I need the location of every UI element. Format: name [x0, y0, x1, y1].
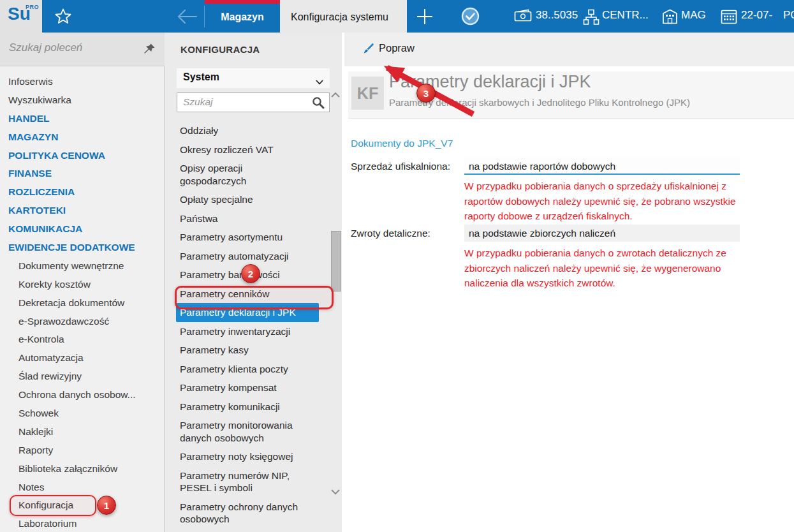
command-search-input[interactable]: Szukaj poleceń	[0, 33, 165, 66]
sidebar-item-ewidencje-dodatkowe[interactable]: EWIDENCJE DODATKOWE	[0, 239, 165, 257]
building-icon	[662, 9, 678, 27]
cash-register-label: 38..5035	[536, 9, 578, 22]
config-item-parametry-inwentaryzacji[interactable]: Parametry inwentaryzacji	[165, 322, 328, 341]
sidebar-item-notes[interactable]: Notes	[0, 478, 165, 497]
config-item-parametry-klienta-poczty[interactable]: Parametry klienta poczty	[165, 360, 328, 379]
configuration-panel: KONFIGURACJA System Szukaj OddziałyOkres…	[165, 33, 342, 532]
branch-label: CENTR...	[602, 9, 649, 22]
section-title: Dokumenty do JPK_V7	[351, 138, 453, 149]
sidebar-item-naklejki[interactable]: Naklejki	[0, 423, 165, 441]
tab-konfiguracja-label: Konfiguracja systemu	[291, 11, 388, 22]
sidebar-item-rozliczenia[interactable]: ROZLICZENIA	[0, 183, 165, 202]
warning-sprzedaz-ufiskalniona: W przypadku pobierania danych o sprzedaż…	[464, 179, 753, 224]
config-item-parametry-noty-ksiegowej[interactable]: Parametry noty księgowej	[165, 447, 328, 466]
scrollbar-down-arrow[interactable]	[330, 487, 341, 496]
sidebar-item-magazyn[interactable]: MAGAZYN	[0, 128, 165, 147]
page-subtitle: Parametry deklaracji skarbowych i Jednol…	[389, 97, 690, 108]
config-item-parametry-p-atnosci[interactable]: Parametry płatności	[165, 529, 328, 532]
sidebar-item-polityka-cenowa[interactable]: POLITYKA CENOWA	[0, 147, 165, 165]
configuration-panel-title: KONFIGURACJA	[180, 44, 260, 55]
sidebar-item-handel[interactable]: HANDEL	[0, 110, 165, 128]
page-title: Parametry deklaracji i JPK	[389, 72, 591, 92]
app-logo-pro-badge: PRO	[26, 4, 39, 10]
config-item-parametry-kasy[interactable]: Parametry kasy	[165, 341, 328, 360]
detail-toolbar: Popraw	[344, 33, 794, 66]
field-zwroty-detaliczne[interactable]: na podstawie zbiorczych naliczeń	[464, 225, 740, 242]
config-search-input[interactable]: Szukaj	[177, 92, 330, 112]
config-search-placeholder: Szukaj	[183, 96, 213, 108]
config-item-list: OddziałyOkresy rozliczeń VATOpisy operac…	[165, 121, 328, 532]
sidebar-item-e-kontrola[interactable]: e-Kontrola	[0, 330, 165, 349]
search-icon	[312, 96, 325, 109]
status-check-icon[interactable]	[460, 6, 480, 26]
detail-panel: Popraw KF Parametry deklaracji i JPK Par…	[344, 33, 794, 532]
sidebar-item-slad-rewizyjny[interactable]: Ślad rewizyjny	[0, 367, 165, 386]
scrollbar-up-arrow[interactable]	[330, 91, 341, 100]
pin-icon[interactable]	[143, 43, 156, 55]
sidebar-item-dekretacja-dokumentow[interactable]: Dekretacja dokumentów	[0, 294, 165, 313]
sidebar-item-automatyzacja[interactable]: Automatyzacja	[0, 349, 165, 367]
config-item-parametry-asortymentu[interactable]: Parametry asortymentu	[165, 228, 328, 247]
date-label: 22-07-	[741, 9, 772, 22]
sidebar-item-ochrona-danych-osobow[interactable]: Ochrona danych osobow...	[0, 386, 165, 404]
top-bar: Su PRO Magazyn Konfiguracja systemu	[0, 0, 794, 33]
field-label-zwroty-detaliczne: Zwroty detaliczne:	[351, 228, 430, 239]
category-dropdown[interactable]: System	[177, 68, 330, 88]
config-item-parametry-cennikow[interactable]: Parametry cenników	[165, 284, 328, 304]
config-item-parametry-monitorowania-danych-osobowych[interactable]: Parametry monitorowania danych osobowych	[165, 416, 328, 447]
config-item-parametry-automatyzacji[interactable]: Parametry automatyzacji	[165, 247, 328, 266]
category-dropdown-value: System	[183, 71, 219, 83]
config-item-parametry-deklaracji-i-jpk[interactable]: Parametry deklaracji i JPK	[176, 303, 319, 322]
sidebar-item-infoserwis[interactable]: Infoserwis	[0, 73, 165, 91]
brush-icon	[360, 42, 374, 56]
config-item-parametry-kompensat[interactable]: Parametry kompensat	[165, 378, 328, 397]
app-window: Su PRO Magazyn Konfiguracja systemu	[0, 0, 794, 532]
app-logo[interactable]: Su PRO	[0, 0, 42, 33]
module-sidebar: Szukaj poleceń InfoserwisWyszukiwarkaHAN…	[0, 33, 165, 532]
tab-magazyn[interactable]: Magazyn	[205, 0, 280, 33]
new-tab-plus-icon[interactable]	[415, 8, 434, 25]
command-search-placeholder: Szukaj poleceń	[9, 41, 82, 54]
config-item-parametry-ochrony-danych-osobowych[interactable]: Parametry ochrony danych osobowych	[165, 498, 328, 529]
sidebar-item-schowek[interactable]: Schowek	[0, 404, 165, 423]
sidebar-item-biblioteka-za-acznikow[interactable]: Biblioteka załączników	[0, 460, 165, 478]
sidebar-item-konfiguracja[interactable]: Konfiguracja	[0, 496, 165, 515]
tab-konfiguracja-systemu[interactable]: Konfiguracja systemu	[280, 0, 407, 33]
favorites-star-icon[interactable]	[54, 7, 73, 26]
sidebar-item-kartoteki[interactable]: KARTOTEKI	[0, 202, 165, 220]
config-item-opisy-operacji-gospodarczych[interactable]: Opisy operacji gospodarczych	[165, 159, 328, 190]
sidebar-item-raporty[interactable]: Raporty	[0, 441, 165, 460]
config-item-parametry-komunikacji[interactable]: Parametry komunikacji	[165, 397, 328, 417]
sidebar-item-e-sprawozdawczosc[interactable]: e-Sprawozdawczość	[0, 313, 165, 331]
config-item-parametry-numerow-nip-pesel-i-symboli[interactable]: Parametry numerów NIP, PESEL i symboli	[165, 466, 328, 498]
chevron-down-icon	[316, 76, 323, 87]
help-label: PO	[783, 9, 794, 22]
back-arrow-icon[interactable]	[176, 8, 198, 25]
config-item-parametry-bankowosci[interactable]: Parametry bankowości	[165, 265, 328, 284]
sidebar-item-komunikacja[interactable]: KOMUNIKACJA	[0, 220, 165, 239]
sidebar-item-finanse[interactable]: FINANSE	[0, 165, 165, 183]
calendar-icon	[721, 9, 737, 27]
field-label-sprzedaz-ufiskalniona: Sprzedaż ufiskalniona:	[351, 161, 450, 172]
edit-button-label: Popraw	[379, 42, 415, 54]
field-sprzedaz-ufiskalniona[interactable]: na podstawie raportów dobowych	[464, 158, 740, 175]
warehouse-label: MAG	[681, 9, 706, 22]
org-chart-icon	[583, 9, 599, 29]
config-item-panstwa[interactable]: Państwa	[165, 209, 328, 228]
config-item-oddzia-y[interactable]: Oddziały	[165, 121, 328, 140]
wallet-icon	[514, 9, 532, 27]
kf-badge: KF	[351, 77, 384, 110]
config-item-okresy-rozliczen-vat[interactable]: Okresy rozliczeń VAT	[165, 140, 328, 159]
warning-zwroty-detaliczne: W przypadku pobierania danych o zwrotach…	[464, 246, 753, 291]
active-module-stripe	[205, 0, 280, 4]
sidebar-item-laboratorium[interactable]: Laboratorium	[0, 515, 165, 532]
scrollbar-thumb[interactable]	[331, 231, 341, 292]
sidebar-item-list: InfoserwisWyszukiwarkaHANDELMAGAZYNPOLIT…	[0, 73, 165, 532]
sidebar-item-wyszukiwarka[interactable]: Wyszukiwarka	[0, 91, 165, 110]
sidebar-item-dokumenty-wewnetrzne[interactable]: Dokumenty wewnętrzne	[0, 257, 165, 276]
sidebar-item-korekty-kosztow[interactable]: Korekty kosztów	[0, 276, 165, 294]
tab-magazyn-label: Magazyn	[221, 11, 264, 22]
config-item-op-aty-specjalne[interactable]: Opłaty specjalne	[165, 190, 328, 209]
